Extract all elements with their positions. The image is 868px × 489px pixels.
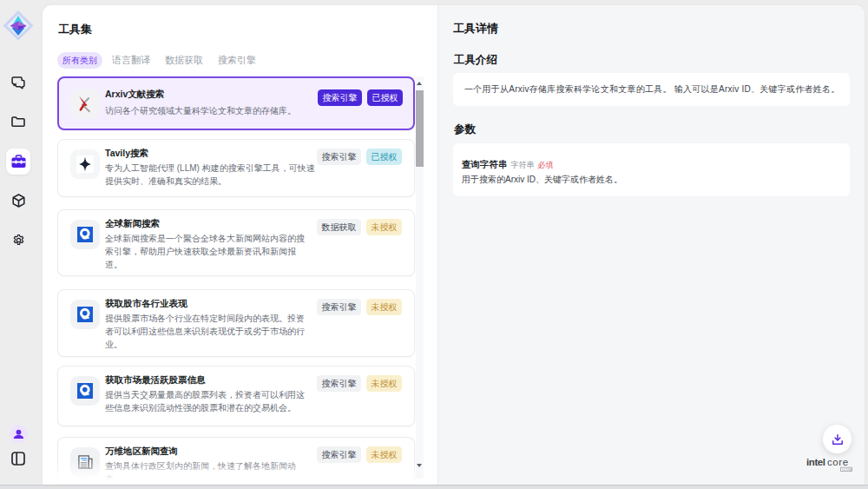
svg-text:intel: intel <box>806 457 825 467</box>
svg-text:core: core <box>827 457 849 467</box>
svg-text:ULTRA: ULTRA <box>842 468 852 472</box>
